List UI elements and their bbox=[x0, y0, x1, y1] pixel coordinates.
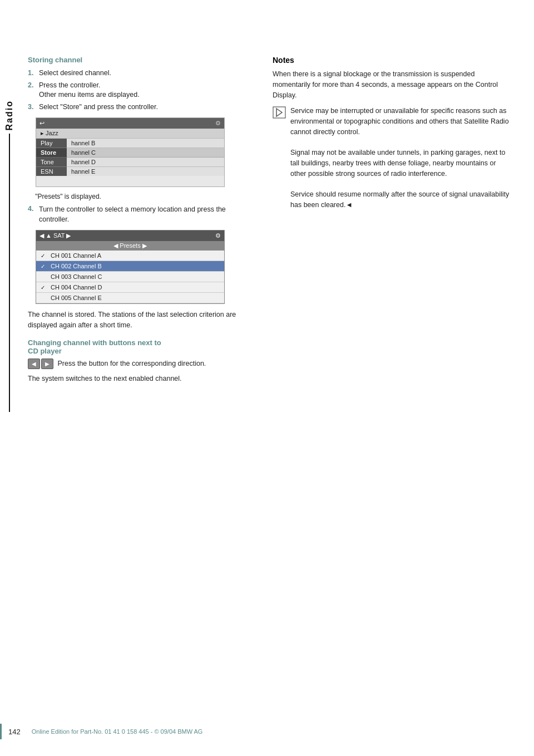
changing-channel-para1: ◀ ▶ Press the button for the correspondi… bbox=[28, 359, 250, 369]
sidebar-vertical-line bbox=[9, 134, 10, 412]
preset-check-4: ✓ bbox=[41, 284, 48, 291]
steps-list: 1. Select desired channel. 2. Press the … bbox=[28, 68, 250, 112]
step-4: 4. Turn the controller to select a memor… bbox=[28, 205, 250, 224]
step-4-text: Turn the controller to select a memory l… bbox=[39, 205, 250, 224]
popup-esn-label: ESN bbox=[36, 167, 67, 176]
menu-rows-area: ✓ CH 001 Channel A Play hannel B Store h… bbox=[36, 139, 224, 186]
step-1-num: 1. bbox=[28, 68, 36, 78]
page-number: 142 bbox=[8, 728, 21, 736]
popup-tone-label: Tone bbox=[36, 158, 67, 167]
changing-channel-heading: Changing channel with buttons next toCD … bbox=[28, 338, 250, 355]
notes-icon-block: Service may be interrupted or unavailabl… bbox=[273, 106, 512, 210]
popup-row-play: Play hannel B bbox=[36, 139, 224, 148]
changing-channel-para2: The system switches to the next enabled … bbox=[28, 374, 250, 384]
storing-channel-heading: Storing channel bbox=[28, 56, 250, 64]
step-1: 1. Select desired channel. bbox=[28, 68, 250, 78]
preset-label-4: CH 004 Channel D bbox=[51, 284, 102, 291]
popup-tone-value: hannel D bbox=[67, 158, 224, 167]
step-4-num: 4. bbox=[28, 205, 36, 224]
stored-text: The channel is stored. The stations of t… bbox=[28, 310, 250, 331]
right-column: Notes When there is a signal blockage or… bbox=[273, 56, 512, 388]
preset-check-3 bbox=[41, 274, 48, 280]
preset-label-1: CH 001 Channel A bbox=[51, 252, 101, 259]
step-2-num: 2. bbox=[28, 81, 36, 100]
page-footer: 142 Online Edition for Part-No. 01 41 0 … bbox=[0, 724, 534, 739]
sidebar-radio-text: Radio bbox=[4, 100, 14, 130]
notes-section: Notes When there is a signal blockage or… bbox=[273, 56, 512, 210]
popup-store-value: hannel C bbox=[67, 148, 224, 158]
popup-play-label: Play bbox=[36, 139, 67, 148]
preset-check-5 bbox=[41, 295, 48, 301]
btn-left[interactable]: ◀ bbox=[28, 359, 40, 369]
changing-channel-section: Changing channel with buttons next toCD … bbox=[28, 338, 250, 384]
triangle-right-icon bbox=[273, 106, 286, 119]
direction-text: Press the button for the corresponding d… bbox=[57, 360, 206, 367]
menu-box-1: ↩ ⚙ ▸ Jazz ✓ CH 001 Channel A Play han bbox=[36, 117, 225, 187]
two-column-layout: Storing channel 1. Select desired channe… bbox=[28, 56, 512, 388]
menu-box-2: ◀ ▲ SAT ▶ ⚙ ◀ Presets ▶ ✓ CH 001 Channel… bbox=[36, 230, 225, 304]
preset-label-5: CH 005 Channel E bbox=[51, 294, 102, 301]
menu-jazz: ▸ Jazz bbox=[36, 129, 224, 139]
ui-screenshot-2: ◀ ▲ SAT ▶ ⚙ ◀ Presets ▶ ✓ CH 001 Channel… bbox=[36, 230, 225, 304]
presets-header-icon: ⚙ bbox=[215, 232, 221, 239]
step-3: 3. Select "Store" and press the controll… bbox=[28, 102, 250, 112]
preset-row-2: ✓ CH 002 Channel B bbox=[36, 261, 224, 272]
menu-header-1: ↩ ⚙ bbox=[36, 118, 224, 129]
popup-row-store: Store hannel C bbox=[36, 148, 224, 158]
preset-row-3: CH 003 Channel C bbox=[36, 272, 224, 282]
presets-header: ◀ ▲ SAT ▶ ⚙ bbox=[36, 230, 224, 241]
preset-row-5: CH 005 Channel E bbox=[36, 293, 224, 303]
main-content: Storing channel 1. Select desired channe… bbox=[28, 56, 512, 388]
direction-buttons: ◀ ▶ bbox=[28, 359, 53, 369]
notes-icon-text: Service may be interrupted or unavailabl… bbox=[290, 106, 512, 210]
step-2: 2. Press the controller.Other menu items… bbox=[28, 81, 250, 100]
presets-note: "Presets" is displayed. bbox=[28, 193, 250, 200]
ui-screenshot-1: ↩ ⚙ ▸ Jazz ✓ CH 001 Channel A Play han bbox=[36, 117, 225, 187]
svg-rect-0 bbox=[273, 107, 285, 118]
presets-header-sat: ◀ ▲ SAT ▶ bbox=[39, 232, 71, 239]
popup-store-label: Store bbox=[36, 148, 67, 158]
preset-row-4: ✓ CH 004 Channel D bbox=[36, 282, 224, 293]
preset-label-3: CH 003 Channel C bbox=[51, 273, 102, 280]
footer-bar bbox=[0, 724, 2, 739]
header-settings-icon: ⚙ bbox=[215, 120, 221, 127]
sidebar-label: Radio bbox=[4, 100, 14, 412]
footer-copyright: Online Edition for Part-No. 01 41 0 158 … bbox=[32, 728, 203, 735]
btn-right[interactable]: ▶ bbox=[41, 359, 53, 369]
svg-marker-1 bbox=[276, 109, 282, 116]
step-3-text: Select "Store" and press the controller. bbox=[39, 102, 158, 112]
popup-menu: Play hannel B Store hannel C Tone hannel… bbox=[36, 139, 224, 176]
preset-row-1: ✓ CH 001 Channel A bbox=[36, 251, 224, 261]
preset-check-1: ✓ bbox=[41, 253, 48, 259]
notes-para1: When there is a signal blockage or the t… bbox=[273, 69, 512, 100]
popup-row-esn: ESN hannel E bbox=[36, 167, 224, 176]
notes-heading: Notes bbox=[273, 56, 512, 65]
step-3-num: 3. bbox=[28, 102, 36, 112]
popup-row-tone: Tone hannel D bbox=[36, 158, 224, 167]
left-column: Storing channel 1. Select desired channe… bbox=[28, 56, 250, 388]
step-1-text: Select desired channel. bbox=[39, 68, 111, 78]
preset-check-2: ✓ bbox=[41, 263, 48, 269]
step-2-text: Press the controller.Other menu items ar… bbox=[39, 81, 140, 100]
presets-subheader: ◀ Presets ▶ bbox=[36, 241, 224, 251]
popup-esn-value: hannel E bbox=[67, 167, 224, 176]
popup-play-value: hannel B bbox=[67, 139, 224, 148]
storing-channel-section: Storing channel 1. Select desired channe… bbox=[28, 56, 250, 331]
preset-label-2: CH 002 Channel B bbox=[51, 263, 102, 269]
header-back-icon: ↩ bbox=[39, 120, 44, 127]
